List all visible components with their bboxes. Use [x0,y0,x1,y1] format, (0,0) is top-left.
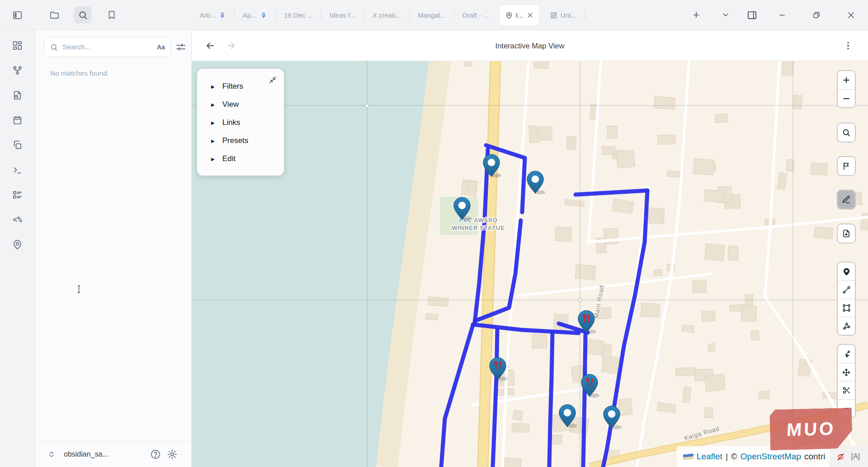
map-menu-item-presets[interactable]: ▶ Presets [197,132,284,150]
tab-interactive-map-active[interactable]: I... [500,5,539,26]
tab-ap[interactable]: Ap... [235,0,275,30]
expand-arrow-icon: ▶ [211,102,215,107]
tab-ideas[interactable]: Ideas f... [321,0,364,30]
settings-gear-icon[interactable] [167,449,178,460]
file-search-icon[interactable] [12,90,23,100]
tab-label: Ap... [243,11,257,19]
leaflet-map[interactable]: Main Road Kaiga Road PVC AWARD WINNER ST… [192,61,868,467]
main-view: Interactive Map View [192,30,868,467]
cut-scissors-tool[interactable] [838,381,855,399]
tab-untitled[interactable]: Unt... [542,0,585,30]
view-header: Interactive Map View [192,30,868,61]
pin-icon [260,12,267,19]
map-plugin-icon[interactable] [12,239,23,250]
tab-arti[interactable]: Arti... [192,0,234,30]
move-drag-tool[interactable] [838,363,855,381]
bookmarks-icon[interactable] [103,6,120,24]
left-ribbon: <% [0,30,35,467]
tab-label: 18 Dec ... [284,11,313,19]
tab-label: Unt... [561,11,577,19]
new-tab-button[interactable] [688,7,704,23]
templater-icon[interactable]: <% [12,214,23,225]
map-menu-item-edit[interactable]: ▶ Edit [197,150,284,168]
tab-label: Arti... [200,11,216,19]
vault-folder-icon[interactable] [46,6,63,24]
attribution-tail: contri [804,452,825,462]
titlebar: Arti... Ap... 18 Dec ... Ideas f... X cr… [0,0,868,30]
draw-polygon-tool[interactable] [838,317,855,335]
map-menu-item-links[interactable]: ▶ Links [197,114,284,132]
map-controls [837,70,856,433]
map-search-button[interactable] [838,124,855,142]
search-ribbon-icon[interactable] [74,6,91,24]
expand-arrow-icon: ▶ [211,157,215,162]
window-close-button[interactable] [843,7,859,23]
map-options-menu: ▶ Filters ▶ View ▶ Links ▶ Presets ▶ E [197,69,284,176]
chevrons-up-down-icon [47,450,56,458]
window-restore-button[interactable] [808,7,825,23]
zoom-out-button[interactable] [838,89,855,107]
tab-label: X creati... [373,11,401,19]
collapse-menu-icon[interactable] [269,76,277,84]
search-panel: Aa No matches found. obsidian_sa... [35,30,192,467]
map-pin-icon [505,12,513,19]
zoom-in-button[interactable] [838,71,855,89]
tab-list-chevron-icon[interactable] [717,7,734,23]
openstreetmap-link[interactable]: OpenStreetMap [741,452,801,462]
search-settings-icon[interactable] [175,42,186,52]
tab-18-dec[interactable]: 18 Dec ... [276,0,321,30]
search-box[interactable]: Aa [44,37,171,57]
map-menu-item-view[interactable]: ▶ View [197,95,284,114]
copyright-symbol: © [731,452,737,462]
window-minimize-button[interactable] [774,7,790,23]
calendar-icon[interactable] [12,114,23,125]
tab-label: Ideas f... [330,11,356,19]
tab-label: Mangal... [418,11,446,19]
pin-icon [219,12,226,19]
more-options-icon[interactable] [843,40,854,51]
tab-label: Draft - ... [462,11,489,19]
layout-grid-icon [550,12,557,19]
draw-rectangle-tool[interactable] [838,299,855,317]
expand-arrow-icon: ▶ [211,138,215,143]
draw-polyline-tool[interactable] [838,281,855,299]
search-icon [50,43,58,52]
search-row: Aa [35,30,191,57]
attribution-badge: [A] [851,453,860,461]
tab-label: I... [516,11,524,19]
tab-x-creati[interactable]: X creati... [364,0,409,30]
expand-arrow-icon: ▶ [211,120,215,125]
checklist-icon[interactable] [12,189,23,200]
help-icon[interactable] [150,449,161,460]
vault-switcher[interactable]: obsidian_sa... [35,441,191,467]
tab-bar: Arti... Ap... 18 Dec ... Ideas f... X cr… [192,0,683,30]
map-canvas: Main Road Kaiga Road PVC AWARD WINNER ST… [192,61,868,467]
tab-divider [585,11,585,19]
route-polyline[interactable] [583,334,585,467]
expand-arrow-icon: ▶ [211,84,215,89]
toggle-right-sidebar-icon[interactable] [744,7,760,23]
toggle-left-sidebar-icon[interactable] [9,6,26,24]
draw-edit-button[interactable] [838,191,855,209]
match-case-toggle[interactable]: Aa [157,43,165,51]
dashboard-icon[interactable] [12,40,23,51]
statue-label-line2: WINNER STATUE [452,224,505,231]
tab-mangal[interactable]: Mangal... [410,0,454,30]
draw-marker-tool[interactable] [838,262,855,281]
flag-button[interactable] [838,157,855,175]
view-title: Interactive Map View [192,30,868,61]
add-note-file-button[interactable] [838,224,855,243]
graph-view-icon[interactable] [12,65,23,76]
edit-vertices-tool[interactable] [838,345,855,363]
leaflet-link[interactable]: Leaflet [697,452,722,462]
leaflet-flag-icon [683,453,693,460]
obsidian-window: Arti... Ap... 18 Dec ... Ideas f... X cr… [0,0,868,467]
copy-files-icon[interactable] [12,139,23,150]
attribution-separator: | [726,452,728,462]
sync-disabled-icon[interactable] [836,452,845,462]
vault-name: obsidian_sa... [64,450,144,458]
tab-draft[interactable]: Draft - ... [454,0,497,30]
terminal-icon[interactable] [12,164,23,175]
close-tab-icon[interactable] [527,12,533,19]
search-input[interactable] [62,43,153,51]
